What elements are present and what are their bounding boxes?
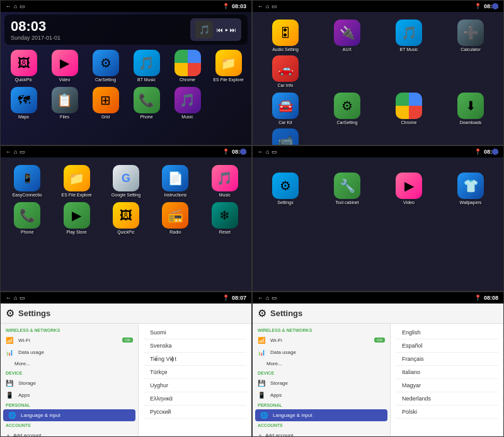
back-icon[interactable]: ← (258, 149, 263, 155)
back-icon[interactable]: ← (6, 295, 11, 301)
app-carsetting2[interactable]: ⚙CarSetting (318, 93, 376, 125)
storage-icon2: 💾 (258, 380, 266, 387)
lang-tieng-viet[interactable]: Tiếng Việt (144, 353, 246, 366)
settings-data-usage[interactable]: 📊 Data usage (1, 346, 138, 358)
status-left: ← ⌂ ▭ (6, 295, 25, 301)
back-icon[interactable]: ← (258, 295, 263, 301)
recents-icon[interactable]: ▭ (272, 149, 277, 155)
apps-row1: 🎛Audio Setting 🔌AUX 🎵BT Music ➕Calculato… (253, 17, 503, 90)
app-label: Wallpapers (460, 200, 482, 205)
settings-apps2[interactable]: 📱 Apps (253, 389, 390, 401)
app-google-setting[interactable]: GGoogle Setting (103, 165, 149, 197)
clock-date: Sunday 2017-01-01 (11, 35, 60, 41)
phone-icon: 📞 (134, 87, 160, 113)
status-time: 08:03 (232, 3, 246, 9)
app-dvr[interactable]: 📹DVR (256, 128, 314, 145)
recents-icon[interactable]: ▭ (272, 3, 277, 9)
settings-data-usage2[interactable]: 📊 Data usage (253, 346, 390, 358)
home-icon[interactable]: ⌂ (14, 295, 17, 301)
app-audio-setting[interactable]: 🎛Audio Setting (256, 20, 314, 52)
lang-suomi[interactable]: Suomi (144, 326, 246, 339)
media-thumbnail: 🎵 (195, 21, 213, 38)
lang-english[interactable]: English (396, 326, 498, 339)
app-label: ES File Explore (61, 193, 91, 197)
app-video[interactable]: ▶Video (45, 50, 84, 82)
recents-icon[interactable]: ▭ (272, 295, 277, 301)
app-quickpic[interactable]: 🖼QuickPic (4, 50, 43, 82)
carsetting2-icon: ⚙ (334, 93, 360, 119)
home-icon[interactable]: ⌂ (266, 3, 269, 9)
app-maps[interactable]: 🗺Maps (4, 87, 43, 119)
app-music2[interactable]: 🎵Music (202, 165, 248, 197)
app-play-store[interactable]: ▶Play Store (54, 202, 99, 234)
home-icon[interactable]: ⌂ (14, 149, 17, 155)
lang-turkce[interactable]: Türkçe (144, 366, 246, 379)
home-icon[interactable]: ⌂ (14, 3, 17, 9)
settings-language-input[interactable]: 🌐 Language & input (3, 409, 135, 421)
lang-greek[interactable]: Ελληνικά (144, 392, 246, 406)
settings-wifi[interactable]: 📶 Wi-Fi ON (1, 334, 138, 346)
app-carsetting[interactable]: ⚙CarSetting (86, 50, 125, 82)
app-easyconnection[interactable]: 📱EasyConnectio (4, 165, 50, 197)
settings-language-input2[interactable]: 🌐 Language & input (255, 409, 387, 421)
apps-row2: 🗺Maps 📋Files ⊞Grid 📞Phone 🎵Music (1, 84, 251, 122)
app-bt-music[interactable]: 🎵BT Music (380, 20, 438, 52)
app-phone2[interactable]: 📞Phone (4, 202, 50, 234)
back-icon[interactable]: ← (258, 3, 263, 9)
settings-storage[interactable]: 💾 Storage (1, 377, 138, 389)
back-icon[interactable]: ← (6, 3, 11, 9)
add-account[interactable]: ＋ Add account (1, 429, 138, 437)
media-buttons[interactable]: ⏮ ▶ ⏭ (217, 26, 236, 33)
app-chrome2[interactable]: Chrome (380, 93, 438, 125)
home-icon[interactable]: ⌂ (266, 149, 269, 155)
media-controls: 🎵 ⏮ ▶ ⏭ (190, 18, 241, 41)
app-radio[interactable]: 📻Radio (152, 202, 198, 234)
app-aux[interactable]: 🔌AUX (318, 20, 376, 52)
home-icon[interactable]: ⌂ (266, 295, 269, 301)
app-car-kit[interactable]: 🚘Car Kit (256, 93, 314, 125)
app-btmusic[interactable]: 🎵BT Music (127, 50, 166, 82)
settings-more2[interactable]: More... (253, 358, 390, 369)
app-car-info[interactable]: 🚗Car Info (256, 55, 314, 88)
lang-polski[interactable]: Polski (396, 406, 498, 419)
app-calculator[interactable]: ➕Calculator (442, 20, 500, 52)
settings-storage2[interactable]: 💾 Storage (253, 377, 390, 389)
back-icon[interactable]: ← (6, 149, 11, 155)
app-label: Tool cabinet (335, 200, 358, 205)
lang-svenska[interactable]: Svenska (144, 339, 246, 353)
app-chrome[interactable]: Chrome (168, 50, 207, 82)
lang-russian[interactable]: Русский (144, 406, 246, 419)
recents-icon[interactable]: ▭ (20, 295, 25, 301)
app-music[interactable]: 🎵Music (168, 87, 207, 119)
app-files[interactable]: 📋Files (45, 87, 84, 119)
settings-more[interactable]: More... (1, 358, 138, 369)
lang-espanol[interactable]: Español (396, 339, 498, 353)
settings-apps[interactable]: 📱 Apps (1, 389, 138, 401)
recents-icon[interactable]: ▭ (20, 3, 25, 9)
lang-magyar[interactable]: Magyar (396, 379, 498, 392)
location-icon: 📍 (222, 149, 229, 155)
app-esfile2[interactable]: 📁ES File Explore (54, 165, 99, 197)
lang-uyghur[interactable]: Uyghur (144, 379, 246, 392)
app-quickpic2[interactable]: 🖼QuickPic (103, 202, 149, 234)
app-video2[interactable]: ▶Video (380, 173, 438, 205)
settings-wifi2[interactable]: 📶 Wi-Fi ON (253, 334, 390, 346)
panel2-content: 🎛Audio Setting 🔌AUX 🎵BT Music ➕Calculato… (253, 12, 503, 145)
app-instructions[interactable]: 📄Instructions (152, 165, 198, 197)
app-wallpapers[interactable]: 👕Wallpapers (442, 173, 500, 205)
wifi-toggle2[interactable]: ON (374, 338, 385, 343)
app-grid[interactable]: ⊞Grid (86, 87, 125, 119)
wifi-toggle[interactable]: ON (122, 338, 133, 343)
recents-icon[interactable]: ▭ (20, 149, 25, 155)
app-phone[interactable]: 📞Phone (127, 87, 166, 119)
app-settings[interactable]: ⚙Settings (256, 173, 314, 205)
lang-nederlands[interactable]: Nederlands (396, 392, 498, 406)
app-reset[interactable]: ❄Reset (202, 202, 248, 234)
add-account2[interactable]: ＋ Add account (253, 429, 390, 437)
app-esfile[interactable]: 📁ES File Explore (209, 50, 248, 82)
lang-italiano[interactable]: Italiano (396, 366, 498, 379)
app-downloads[interactable]: ⬇Downloads (442, 93, 500, 125)
app-tool-cabinet[interactable]: 🔧Tool cabinet (318, 173, 376, 205)
lang-francais[interactable]: Français (396, 353, 498, 366)
home-screen-panel: ← ⌂ ▭ 📍 08:03 08:03 Sunday 2017-01-01 🎵 … (0, 0, 252, 145)
